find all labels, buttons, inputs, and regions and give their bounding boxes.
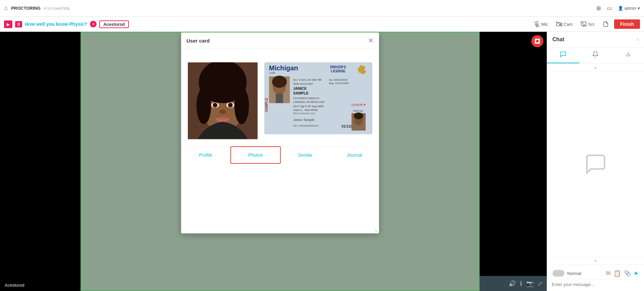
svg-text:DL# S 000 123 456 789: DL# S 000 123 456 789 <box>293 78 322 81</box>
id-card: Michigan USA DRIVER'S LICENSE <box>264 62 372 134</box>
camera-icon[interactable]: 📷 <box>526 280 534 287</box>
svg-text:DRIVER'S: DRIVER'S <box>330 65 346 69</box>
tab-chat[interactable] <box>547 48 579 63</box>
card-icon[interactable]: ▭ <box>607 5 612 11</box>
chat-scroll-down[interactable]: ▼ <box>547 257 644 265</box>
tab-stats[interactable] <box>612 48 644 63</box>
screen-share-area: User card ✕ <box>80 32 480 291</box>
usercard-dialog: User card ✕ <box>181 32 379 233</box>
cam-overlay-button[interactable] <box>531 35 543 47</box>
finish-button[interactable]: Finish <box>614 19 640 29</box>
svg-text:LANSING, MI 48918-1234: LANSING, MI 48918-1234 <box>293 100 325 103</box>
svg-text:Veteran: Veteran <box>353 109 363 113</box>
svg-text:Sex F   Hgt 5'-06"   Eyes BRO: Sex F Hgt 5'-06" Eyes BRO <box>293 105 324 108</box>
svg-point-21 <box>219 110 226 114</box>
usercard-title: User card <box>186 38 210 44</box>
play-button[interactable]: ▶ <box>4 20 12 28</box>
svg-point-31 <box>272 76 287 88</box>
document-button[interactable] <box>600 20 611 28</box>
svg-point-52 <box>354 113 363 119</box>
mail-icon-button[interactable]: ✉ <box>606 270 611 277</box>
mic-button[interactable]: Mic <box>531 20 551 28</box>
usercard-close-button[interactable]: ✕ <box>368 37 374 45</box>
cam-button[interactable]: Cam <box>553 20 575 28</box>
info-icon[interactable]: ℹ <box>520 280 522 287</box>
admin-chevron-icon: ▾ <box>638 6 640 11</box>
scr-label: Scr <box>588 22 595 27</box>
chat-chevron-icon[interactable]: › <box>637 37 639 43</box>
chat-title: Chat <box>552 37 565 43</box>
svg-text:Janice Sample: Janice Sample <box>293 118 315 122</box>
svg-point-16 <box>202 77 244 103</box>
student-label: Acesturod <box>3 282 26 288</box>
remove-exam-icon[interactable]: ✕ <box>90 21 97 27</box>
expand-icon[interactable]: ⤢ <box>538 280 543 287</box>
svg-text:DOB 01/12/1967: DOB 01/12/1967 <box>293 82 313 85</box>
volume-icon[interactable]: 🔊 <box>508 280 516 287</box>
send-button[interactable]: ➤ <box>634 270 639 277</box>
resize-handle[interactable]: ⤡ <box>374 229 379 233</box>
chat-panel: Chat › ▲ ▼ Normal <box>547 32 644 291</box>
svg-text:LICENSE: LICENSE <box>331 69 345 73</box>
no-messages-icon <box>584 152 607 176</box>
clipboard-icon-button[interactable]: 📋 <box>613 270 621 277</box>
tab-photos[interactable]: Photos <box>230 146 281 164</box>
svg-text:Rest Corrective Lens: Rest Corrective Lens <box>293 112 315 115</box>
svg-text:Class O: Class O <box>293 108 302 112</box>
svg-text:DONOR ♥: DONOR ♥ <box>352 103 365 106</box>
camera-right: 🔊 ℹ 📷 ⤢ <box>480 32 547 291</box>
attach-icon-button[interactable]: 📎 <box>624 270 631 277</box>
svg-text:Exp. 01/12/2028: Exp. 01/12/2028 <box>329 82 349 85</box>
mode-toggle[interactable] <box>552 270 565 277</box>
exam-title[interactable]: How well you know Physic? <box>25 21 87 27</box>
svg-text:123 NORTH MAIN ST: 123 NORTH MAIN ST <box>293 97 320 100</box>
chat-input[interactable] <box>552 282 639 287</box>
chat-messages-area <box>547 71 644 257</box>
tab-profile[interactable]: Profile <box>181 146 230 164</box>
student-portrait <box>188 62 258 139</box>
svg-point-20 <box>228 103 233 107</box>
svg-point-19 <box>213 103 217 107</box>
grid-icon[interactable]: ⊞ <box>596 5 601 11</box>
tab-alerts[interactable] <box>579 48 611 63</box>
mode-label: Normal <box>567 271 581 276</box>
svg-point-22 <box>216 117 229 123</box>
admin-person-icon: 👤 <box>618 6 623 11</box>
scr-button[interactable]: Scr <box>578 20 597 28</box>
svg-text:Michigan: Michigan <box>269 64 298 72</box>
tab-similar[interactable]: Similar <box>281 146 330 164</box>
svg-text:SAMPLE: SAMPLE <box>265 98 268 112</box>
bottom-toolbar: 🔊 ℹ 📷 ⤢ <box>480 276 547 291</box>
svg-text:USA: USA <box>270 71 275 74</box>
mic-label: Mic <box>541 22 548 27</box>
cam-label: Cam <box>564 22 573 27</box>
svg-text:Iss. 02/01/2024: Iss. 02/01/2024 <box>329 78 347 81</box>
brand-name: PROCTORING <box>11 6 41 11</box>
version-label: 4.14.0-be6763b <box>44 6 70 10</box>
svg-text:Rest NONE: Rest NONE <box>305 108 318 112</box>
svg-marker-4 <box>560 23 562 25</box>
svg-text:DD 12601800500412: DD 12601800500412 <box>293 124 319 127</box>
student-name-badge[interactable]: Acesturod <box>99 20 129 28</box>
tab-journal[interactable]: Journal <box>330 146 379 164</box>
camera-left: Acesturod <box>0 32 80 291</box>
chat-scroll-up[interactable]: ▲ <box>547 64 644 71</box>
alert-badge: 0 <box>15 21 22 27</box>
admin-menu[interactable]: 👤 admin ▾ <box>618 6 640 11</box>
home-icon[interactable]: ⌂ <box>4 5 8 12</box>
svg-text:JANICE: JANICE <box>293 86 307 90</box>
admin-label: admin <box>625 6 636 11</box>
svg-text:SAMPLE: SAMPLE <box>293 91 309 95</box>
svg-rect-54 <box>536 40 539 43</box>
usercard-overlay: User card ✕ <box>81 32 479 290</box>
